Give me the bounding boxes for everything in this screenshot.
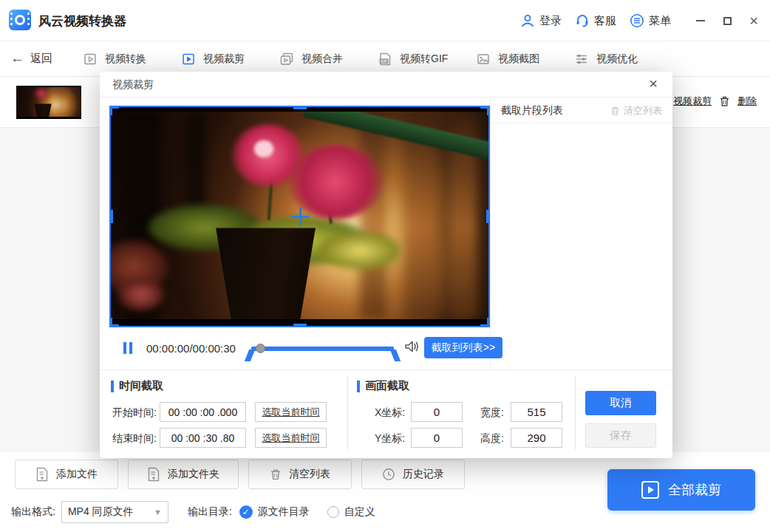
pick-current-time-start-button[interactable]: 选取当前时间	[255, 402, 327, 422]
output-format-label: 输出格式:	[11, 505, 55, 519]
cancel-button[interactable]: 取消	[585, 391, 656, 415]
video-thumbnail	[16, 86, 81, 119]
crop-handle-top[interactable]	[293, 106, 307, 109]
login-button[interactable]: 登录	[520, 13, 562, 28]
nav-label: 视频优化	[596, 52, 638, 66]
add-file-icon	[35, 467, 49, 482]
login-label: 登录	[539, 14, 562, 28]
app-logo-icon	[9, 10, 31, 30]
crop-handle-bottom-left[interactable]	[109, 318, 119, 327]
nav-label: 视频截图	[498, 52, 539, 66]
sliders-icon	[574, 52, 589, 66]
crop-handle-left[interactable]	[109, 210, 113, 223]
maximize-button[interactable]	[721, 15, 733, 27]
crop-all-label: 全部裁剪	[668, 481, 721, 499]
history-label: 历史记录	[403, 468, 444, 481]
height-label: 高度:	[480, 432, 504, 446]
title-bar: 风云视频转换器 登录 客服 菜单	[0, 0, 770, 41]
width-input[interactable]	[511, 402, 562, 422]
crop-handle-right[interactable]	[486, 210, 490, 223]
output-format-select[interactable]: MP4 同原文件 ▼	[61, 501, 168, 523]
video-convert-icon	[83, 52, 98, 66]
radio-source-dir[interactable]: ✓	[239, 505, 253, 519]
x-coord-input[interactable]	[411, 402, 463, 422]
crop-all-button[interactable]: 全部裁剪	[607, 469, 755, 511]
player-controls: 00:00:00/00:00:30 截取到列表>>	[109, 336, 490, 363]
end-time-label: 结束时间:	[112, 432, 157, 446]
section-accent-bar	[357, 381, 360, 392]
output-format-value: MP4 同原文件	[68, 505, 134, 519]
add-folder-icon	[147, 467, 160, 482]
crop-handle-top-left[interactable]	[109, 106, 119, 115]
nav-label: 视频转换	[105, 52, 146, 66]
crop-handle-bottom[interactable]	[293, 324, 307, 327]
add-file-button[interactable]: 添加文件	[15, 460, 118, 489]
playback-time: 00:00:00/00:00:30	[146, 342, 236, 355]
clear-list-button[interactable]: 清空列表	[248, 460, 352, 489]
back-arrow-icon: ←	[10, 50, 24, 66]
output-dir-label: 输出目录:	[188, 505, 232, 519]
row-video-crop-link[interactable]: 视频裁剪	[673, 95, 712, 108]
section-accent-bar	[111, 381, 114, 392]
pick-current-time-end-button[interactable]: 选取当前时间	[255, 428, 327, 448]
clear-list-label: 清空列表	[289, 468, 330, 481]
width-label: 宽度:	[480, 406, 504, 420]
start-time-input[interactable]: 00 :00 :00 .000	[160, 402, 246, 422]
clear-clip-list-label: 清空列表	[624, 104, 662, 117]
panel-divider	[490, 98, 491, 369]
customer-service-button[interactable]: 客服	[575, 13, 616, 28]
menu-icon	[630, 13, 644, 28]
form-divider	[100, 369, 672, 370]
section-divider	[347, 376, 348, 450]
crop-handle-bottom-right[interactable]	[480, 318, 490, 327]
y-coord-label: Y坐标:	[375, 432, 405, 446]
svg-text:GIF: GIF	[381, 59, 388, 64]
headset-icon	[575, 13, 590, 28]
dir-custom-label: 自定义	[344, 505, 375, 519]
back-label: 返回	[30, 52, 52, 66]
y-coord-input[interactable]	[411, 428, 463, 448]
bottom-panel: 添加文件 添加文件夹 清空列表 历史记录 输出格式: MP4 同原文件 ▼	[0, 452, 770, 532]
height-input[interactable]	[511, 428, 562, 448]
dir-source-label: 源文件目录	[258, 505, 310, 519]
volume-icon[interactable]	[403, 339, 420, 354]
start-time-label: 开始时间:	[112, 406, 157, 420]
history-button[interactable]: 历史记录	[361, 460, 465, 489]
height-value[interactable]	[511, 432, 562, 444]
y-coord-value[interactable]	[412, 432, 462, 444]
crop-move-crosshair-icon[interactable]	[291, 208, 309, 225]
minimize-icon	[696, 20, 705, 21]
nav-label: 视频转GIF	[400, 52, 448, 66]
close-window-button[interactable]: ×	[748, 15, 760, 27]
time-section-title: 时间截取	[111, 379, 163, 393]
minimize-button[interactable]	[695, 15, 706, 27]
play-icon	[641, 481, 659, 499]
add-folder-label: 添加文件夹	[168, 468, 219, 481]
playhead-knob[interactable]	[256, 344, 265, 353]
trim-end-handle[interactable]	[390, 349, 401, 361]
x-coord-value[interactable]	[412, 406, 462, 418]
add-file-label: 添加文件	[56, 468, 98, 481]
capture-to-list-button[interactable]: 截取到列表>>	[424, 337, 502, 358]
close-dialog-button[interactable]: ×	[644, 75, 662, 92]
menu-button[interactable]: 菜单	[630, 13, 671, 28]
pause-button[interactable]	[123, 342, 133, 354]
back-button[interactable]: ← 返回	[10, 50, 52, 66]
radio-custom-dir[interactable]	[327, 506, 339, 518]
video-crop-dialog: 视频裁剪 × 截取片段列表 清空列表	[100, 72, 672, 458]
row-delete-link[interactable]: 删除	[737, 95, 757, 108]
service-label: 客服	[594, 14, 616, 28]
clip-list-title: 截取片段列表	[501, 104, 563, 117]
clip-list-header: 截取片段列表 清空列表	[490, 98, 672, 123]
crop-selection[interactable]	[109, 106, 490, 327]
menu-label: 菜单	[649, 14, 671, 28]
clear-clip-list-button[interactable]: 清空列表	[610, 104, 662, 117]
end-time-input[interactable]: 00 :00 :30 .80	[160, 428, 246, 448]
width-value[interactable]	[511, 406, 562, 418]
trim-start-handle[interactable]	[245, 349, 255, 361]
seek-slider[interactable]	[251, 347, 394, 351]
trash-icon[interactable]	[719, 95, 730, 107]
add-folder-button[interactable]: 添加文件夹	[128, 460, 239, 489]
maximize-icon	[723, 17, 732, 25]
crop-handle-top-right[interactable]	[480, 106, 490, 115]
